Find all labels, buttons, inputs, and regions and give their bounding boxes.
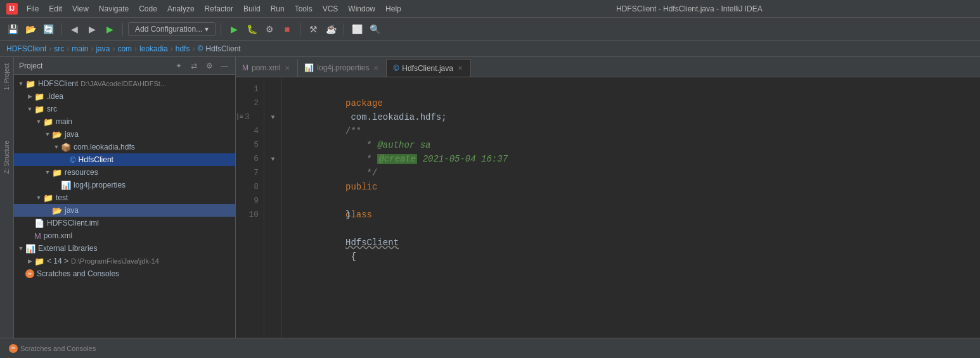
run-button[interactable]: ▶: [226, 22, 242, 37]
tree-arrow-idea: ▶: [25, 93, 34, 99]
tree-item-iml[interactable]: 📄 HDFSClient.iml: [14, 217, 235, 229]
bottom-bar: ✏ Scratches and Consoles: [0, 338, 980, 358]
tab-log4j-label: log4j.properties: [317, 63, 369, 72]
breadcrumb-root[interactable]: HDFSClient: [6, 44, 46, 53]
tree-label-resources: resources: [65, 168, 98, 177]
tree-item-package[interactable]: ▼ 📦 com.leokadia.hdfs: [14, 141, 235, 153]
breadcrumb-main[interactable]: main: [72, 44, 88, 53]
code-editor: M pom.xml ✕ 📊 log4j.properties ✕ © HdfsC…: [236, 57, 980, 338]
save-all-button[interactable]: 💾: [5, 22, 20, 37]
tree-label-log4j: log4j.properties: [74, 181, 126, 189]
terminal-button[interactable]: ⬜: [349, 22, 364, 37]
debug-button[interactable]: 🐛: [244, 22, 259, 37]
new-scratch-button[interactable]: ✦: [173, 60, 184, 72]
tab-pom-xml[interactable]: M pom.xml ✕: [236, 59, 298, 77]
scratches-icon: ✏: [25, 269, 34, 278]
tab-log4j-close[interactable]: ✕: [372, 64, 380, 72]
fold-marker-6[interactable]: ▼: [271, 156, 274, 163]
breadcrumb-src[interactable]: src: [54, 44, 64, 53]
tree-item-pom[interactable]: M pom.xml: [14, 229, 235, 242]
menu-edit[interactable]: Edit: [45, 3, 66, 15]
tree-label-ext-libs: External Libraries: [38, 244, 97, 253]
open-button[interactable]: 📂: [23, 22, 38, 37]
close-panel-button[interactable]: ⇄: [188, 60, 200, 72]
tree-arrow-resources: ▼: [43, 169, 52, 176]
run-with-coverage-button[interactable]: ⚙: [262, 22, 277, 37]
tree-item-root[interactable]: ▼ 📁 HDFSClient D:\JAVAcodeIDEA\HDFSt...: [14, 77, 235, 90]
settings-panel-button[interactable]: ⚙: [203, 60, 215, 72]
add-configuration-button[interactable]: Add Configuration... ▾: [128, 22, 216, 36]
gutter-fold-3[interactable]: |≡: [236, 110, 243, 124]
project-panel-tab[interactable]: 1: Project: [3, 63, 10, 90]
search-button[interactable]: 🔍: [367, 22, 382, 37]
breadcrumb-hdfs[interactable]: hdfs: [176, 44, 190, 53]
tree-path-jdk: D:\ProgramFiles\Java\jdk-14: [71, 257, 159, 265]
breadcrumb-com[interactable]: com: [117, 44, 132, 53]
collapse-panel-button[interactable]: —: [219, 60, 230, 72]
scratches-bottom-item[interactable]: ✏ Scratches and Consoles: [5, 343, 100, 354]
tree-label-idea: .idea: [47, 92, 63, 101]
tree-item-test[interactable]: ▼ 📁 test: [14, 191, 235, 204]
properties-icon-log4j: 📊: [61, 181, 71, 190]
sdk-button[interactable]: ☕: [323, 22, 338, 37]
menu-analyze[interactable]: Analyze: [164, 3, 198, 15]
menu-tools[interactable]: Tools: [291, 3, 316, 15]
forward-button[interactable]: ▶: [84, 22, 100, 37]
code-content[interactable]: 1 2 |≡ 3 4 5 6 7 8 9 10 ▼: [236, 77, 980, 338]
navigate-button[interactable]: ▶: [102, 22, 117, 37]
menu-file[interactable]: File: [23, 3, 42, 15]
tree-item-log4j[interactable]: 📊 log4j.properties: [14, 179, 235, 191]
tree-item-ext-libs[interactable]: ▼ 📊 External Libraries: [14, 242, 235, 255]
tree-item-scratches[interactable]: ✏ Scratches and Consoles: [14, 267, 235, 280]
tree-label-java-src: java: [65, 130, 79, 139]
menu-vcs[interactable]: VCS: [319, 3, 342, 15]
breadcrumb-file[interactable]: HdfsClient: [205, 44, 240, 53]
menu-navigate[interactable]: Navigate: [95, 3, 132, 15]
tree-item-hdfs-client[interactable]: © HdfsClient: [14, 153, 235, 166]
tab-log4j[interactable]: 📊 log4j.properties ✕: [298, 59, 387, 77]
breadcrumb-leokadia[interactable]: leokadia: [139, 44, 168, 53]
line-num-9: 9: [236, 194, 259, 208]
tree-label-root: HDFSClient: [38, 79, 78, 88]
code-line-10: [292, 208, 980, 222]
structure-panel-tab[interactable]: Z: Structure: [3, 141, 10, 174]
project-panel: Project ✦ ⇄ ⚙ — ▼ 📁 HDFSClient D:\JAVAco…: [14, 57, 236, 338]
tab-hdfs-client[interactable]: © HdfsClient.java ✕: [387, 59, 471, 77]
menu-build[interactable]: Build: [240, 3, 264, 15]
tree-item-idea[interactable]: ▶ 📁 .idea: [14, 90, 235, 103]
tab-pom-close[interactable]: ✕: [283, 64, 291, 72]
tree-item-src[interactable]: ▼ 📁 src: [14, 103, 235, 115]
build-button[interactable]: ⚒: [306, 22, 321, 37]
breadcrumb: HDFSClient › src › main › java › com › l…: [0, 41, 980, 57]
line-num-5: 5: [236, 138, 259, 152]
stop-button[interactable]: ■: [280, 22, 295, 37]
scratches-bottom-label: Scratches and Consoles: [20, 345, 96, 352]
tree-label-src: src: [47, 105, 57, 113]
breadcrumb-java[interactable]: java: [96, 44, 110, 53]
menu-view[interactable]: View: [68, 3, 93, 15]
tree-arrow-jdk: ▶: [25, 258, 34, 264]
synchronize-button[interactable]: 🔄: [41, 22, 56, 37]
tree-item-java-test[interactable]: 📂 java: [14, 204, 235, 217]
code-lines[interactable]: package com.leokadia.hdfs; /** * @author…: [282, 77, 980, 338]
toolbar-sep-4: [300, 23, 300, 35]
menu-help[interactable]: Help: [382, 3, 405, 15]
back-button[interactable]: ◀: [67, 22, 82, 37]
tab-hdfs-close[interactable]: ✕: [456, 64, 464, 72]
iml-icon: 📄: [34, 219, 44, 228]
tree-item-resources[interactable]: ▼ 📁 resources: [14, 166, 235, 179]
tree-item-java-src[interactable]: ▼ 📂 java: [14, 128, 235, 141]
java-class-icon: ©: [70, 155, 76, 165]
menu-refactor[interactable]: Refactor: [201, 3, 237, 15]
tree-arrow-main: ▼: [34, 118, 43, 125]
tree-path-root: D:\JAVAcodeIDEA\HDFSt...: [81, 80, 166, 87]
menu-run[interactable]: Run: [267, 3, 288, 15]
folder-icon-java-src: 📂: [52, 130, 62, 139]
menu-window[interactable]: Window: [344, 3, 379, 15]
tree-item-jdk[interactable]: ▶ 📁 < 14 > D:\ProgramFiles\Java\jdk-14: [14, 255, 235, 267]
fold-marker-3[interactable]: ▼: [271, 114, 274, 121]
tree-item-main[interactable]: ▼ 📁 main: [14, 115, 235, 128]
tree-label-java-test: java: [65, 206, 79, 215]
toolbar-sep-3: [221, 23, 221, 35]
menu-code[interactable]: Code: [135, 3, 161, 15]
